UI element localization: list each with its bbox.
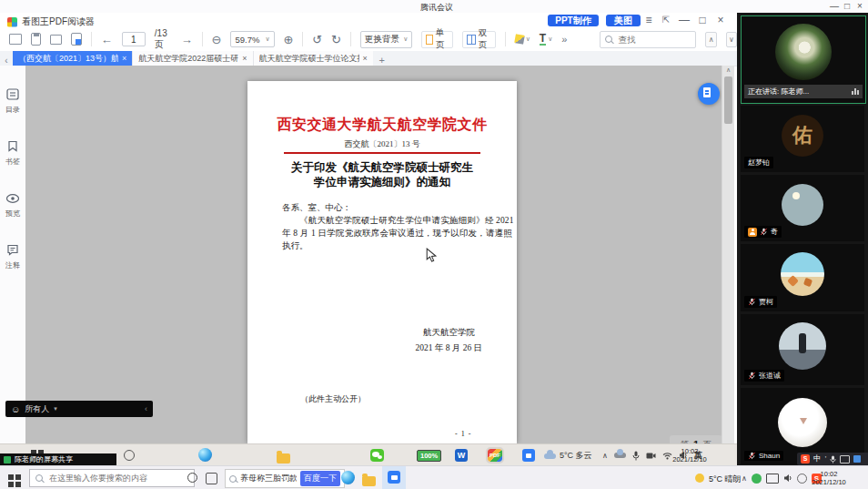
punctuation-icon[interactable]: ’: [825, 454, 827, 464]
tab-document-1[interactable]: （西交航〔2021〕13号）航天 ×: [13, 51, 133, 66]
sidebar-item-preview[interactable]: 预览: [0, 191, 25, 219]
file-explorer-icon[interactable]: [362, 476, 376, 486]
mic-tray-icon[interactable]: [632, 451, 640, 461]
prev-page-icon[interactable]: ←: [101, 33, 113, 46]
sidebar-item-annotation[interactable]: 注释: [0, 243, 25, 270]
meeting-chat-overlay[interactable]: ☺ 所有人 ▾ ‹: [5, 401, 153, 417]
shared-weather[interactable]: 5°C 多云: [560, 450, 592, 462]
shared-meeting-icon[interactable]: [522, 449, 535, 462]
meitu-button[interactable]: 美图: [606, 15, 641, 26]
pdf-restore-button[interactable]: □: [696, 14, 709, 26]
sogou-logo-icon[interactable]: S: [801, 454, 810, 464]
zoom-in-icon[interactable]: ⊕: [284, 33, 294, 46]
collapse-chat-icon[interactable]: ‹: [145, 404, 147, 413]
local-clock[interactable]: 10:02 2021/12/10: [810, 470, 848, 486]
scroll-up-icon[interactable]: ∧: [722, 66, 734, 75]
find-previous-button[interactable]: ∧: [705, 32, 716, 47]
participant-tile[interactable]: 贾柯: [741, 244, 864, 311]
pdf-to-word-icon[interactable]: [71, 33, 82, 46]
trending-query[interactable]: 养母称三胎罚款多...: [240, 473, 297, 484]
participant-tile-speaker[interactable]: 正在讲话: 陈老师...: [741, 15, 866, 104]
find-box[interactable]: [600, 31, 696, 48]
emoji-icon[interactable]: ☺: [11, 404, 20, 414]
sidebar-item-toc[interactable]: 目录: [0, 87, 25, 115]
baidu-search-button[interactable]: 百度一下: [300, 471, 340, 486]
sogou-ime-bar[interactable]: S 中 ’: [797, 453, 868, 465]
pdf-to-word-float-button[interactable]: [698, 83, 720, 105]
tab-scroll-left-icon[interactable]: ‹: [0, 56, 13, 66]
scrollbar-thumb[interactable]: [724, 76, 732, 124]
pdf-minimize-button[interactable]: —: [678, 14, 691, 26]
tray-expand-icon[interactable]: ∧: [742, 474, 747, 483]
new-tab-button[interactable]: +: [373, 55, 391, 66]
tray-expand-icon[interactable]: ∧: [602, 452, 608, 460]
document-canvas[interactable]: 西安交通大学航天航空学院文件 西交航〔2021〕13 号 关于印发《航天航空学院…: [25, 66, 722, 443]
cloud-sync-icon[interactable]: [614, 453, 626, 458]
cortana-icon[interactable]: [187, 473, 197, 483]
find-next-button[interactable]: ∨: [726, 32, 737, 47]
tab-close-icon[interactable]: ×: [242, 54, 247, 63]
network-display-icon[interactable]: [766, 474, 779, 484]
doc-sign-date: 2021 年 8 月 26 日: [415, 342, 482, 354]
doc-red-rule: [284, 152, 480, 154]
participant-tile[interactable]: 张道诚: [741, 314, 864, 385]
fullscreen-icon[interactable]: ⇱: [660, 14, 672, 26]
share-banner-text: 陈老师的屏幕共享: [15, 454, 73, 464]
settings-tray-icon[interactable]: [797, 474, 807, 484]
close-button[interactable]: ×: [853, 0, 866, 12]
news-search-widget[interactable]: 养母称三胎罚款多... 百度一下: [225, 469, 345, 488]
qq-tray-icon[interactable]: [752, 474, 762, 484]
more-tools-button[interactable]: »: [561, 34, 567, 45]
participant-tile[interactable]: 佑 赵梦铂: [741, 106, 864, 172]
maximize-button[interactable]: □: [841, 0, 853, 12]
shared-search-icon[interactable]: [124, 450, 135, 461]
local-weather[interactable]: 5°C 晴朗: [709, 474, 742, 485]
rotate-right-icon[interactable]: ↻: [331, 33, 341, 46]
shared-edge-icon[interactable]: [198, 448, 212, 462]
highlighter-tool[interactable]: ∨: [515, 35, 530, 44]
volume-icon[interactable]: [783, 474, 792, 483]
shared-pdf-reader-icon[interactable]: PDF: [488, 449, 502, 462]
tab-document-3[interactable]: 航天航空学院硕士学位论文抽检 ×: [254, 51, 373, 66]
keyboard-icon[interactable]: [840, 455, 850, 464]
vertical-scrollbar[interactable]: ∧: [722, 66, 734, 443]
double-page-toggle[interactable]: 双页: [462, 31, 496, 48]
save-icon[interactable]: [31, 33, 42, 46]
next-page-icon[interactable]: →: [181, 33, 193, 46]
participant-tile[interactable]: 奇: [741, 175, 864, 241]
shared-file-explorer-icon[interactable]: [277, 453, 290, 464]
ppt-make-button[interactable]: PPT制作: [548, 15, 599, 26]
ime-mode-indicator[interactable]: 中: [813, 453, 822, 464]
page-number-input[interactable]: [122, 32, 146, 46]
tab-close-icon[interactable]: ×: [363, 54, 368, 63]
meeting-taskbar-slot[interactable]: [382, 466, 406, 489]
open-file-icon[interactable]: [9, 34, 22, 45]
single-page-toggle[interactable]: 单页: [421, 31, 453, 48]
tab-close-icon[interactable]: ×: [122, 54, 126, 63]
task-view-icon[interactable]: [206, 473, 217, 484]
tab-document-2[interactable]: 航天航空学院2022届硕士研究生 ×: [133, 51, 253, 66]
pdf-close-button[interactable]: ×: [714, 14, 727, 26]
zoom-out-icon[interactable]: ⊖: [212, 33, 222, 46]
shared-clock[interactable]: 10:02 2021/12/10: [671, 447, 708, 464]
start-button[interactable]: [8, 474, 14, 480]
chat-target-selector[interactable]: 所有人: [25, 403, 49, 415]
zoom-level-dropdown[interactable]: 59.7% ∨: [230, 31, 274, 47]
text-tool[interactable]: T ∨: [540, 34, 552, 46]
edge-icon[interactable]: [341, 471, 355, 484]
voice-input-icon[interactable]: [830, 455, 836, 464]
shared-wechat-icon[interactable]: [370, 449, 384, 462]
rotate-left-icon[interactable]: ↺: [312, 33, 322, 46]
find-input[interactable]: [616, 34, 691, 46]
search-icon: [605, 36, 612, 43]
menu-icon[interactable]: ≡: [642, 14, 655, 26]
shared-word-icon[interactable]: W: [455, 449, 468, 462]
taskbar-search[interactable]: [29, 469, 195, 487]
print-icon[interactable]: [50, 35, 61, 45]
sogou-toolbox-icon[interactable]: [853, 455, 861, 463]
minimize-button[interactable]: —: [828, 0, 841, 12]
taskbar-search-input[interactable]: [47, 473, 187, 484]
sidebar-item-bookmark[interactable]: 书签: [0, 139, 25, 167]
camera-tray-icon[interactable]: [646, 452, 656, 460]
change-background-button[interactable]: 更换背景 ∨: [360, 31, 413, 48]
